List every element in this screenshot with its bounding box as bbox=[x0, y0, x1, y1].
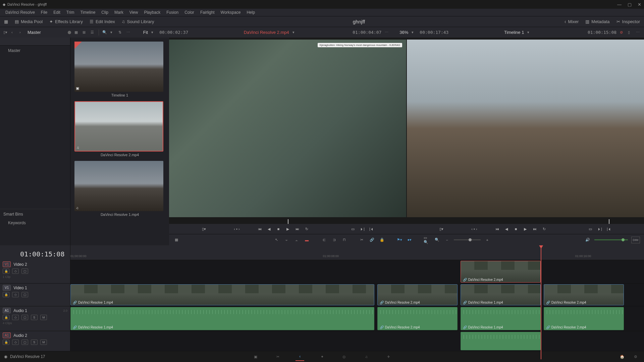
edit-index-button[interactable]: ☰ Edit Index bbox=[90, 19, 115, 24]
thumb-view-icon[interactable]: ▦ bbox=[74, 30, 79, 35]
timeline-clip[interactable]: 🔗 DaVinci Resolve 1.mp4 bbox=[461, 307, 541, 330]
list-view-icon[interactable]: ☰ bbox=[91, 30, 95, 35]
zoom-range-icon[interactable]: ▭🔍 bbox=[424, 237, 430, 243]
menu-clip[interactable]: Clip bbox=[99, 9, 111, 16]
grid-view-icon[interactable]: ⊞ bbox=[83, 30, 87, 35]
keywords-bin[interactable]: Keywords bbox=[0, 219, 70, 245]
timeline-ruler[interactable]: 01:00:00:0001:00:08:0001:00:16:00 bbox=[70, 245, 644, 260]
source-scrubber[interactable] bbox=[172, 220, 404, 223]
trim-tool-icon[interactable]: ⫟ bbox=[283, 237, 290, 243]
tl-view-icon[interactable]: ▦ bbox=[173, 237, 180, 243]
menu-mark[interactable]: Mark bbox=[112, 9, 126, 16]
tl-play-icon[interactable]: ▶ bbox=[522, 226, 528, 232]
color-page-icon[interactable]: ◎ bbox=[340, 352, 348, 361]
src-in-icon[interactable]: ⏵| bbox=[359, 226, 365, 232]
marker-icon[interactable]: ●▾ bbox=[406, 237, 413, 243]
deliver-page-icon[interactable]: ✈ bbox=[384, 352, 393, 361]
source-dropdown-icon[interactable]: ▾ bbox=[292, 30, 297, 35]
tl-in-icon[interactable]: ⏵| bbox=[597, 226, 603, 232]
src-mode-icon[interactable]: ▯▾ bbox=[201, 226, 207, 232]
edit-page-icon[interactable]: ⫞ bbox=[296, 352, 304, 361]
insert-icon[interactable]: ⊏ bbox=[321, 237, 328, 243]
record-icon[interactable] bbox=[68, 31, 71, 34]
inspector-button[interactable]: ✂ Inspector bbox=[616, 19, 640, 24]
src-stop-icon[interactable]: ■ bbox=[275, 226, 281, 232]
tl-prev-icon[interactable]: ◀ bbox=[503, 226, 509, 232]
timeline-clip[interactable]: 🔗 DaVinci Resolve 1.mp4 bbox=[70, 307, 374, 330]
timeline-clip[interactable]: 🔗 DaVinci Resolve 1.mp4 bbox=[461, 284, 541, 305]
bypass-icon[interactable]: ⊘ bbox=[620, 30, 625, 35]
src-prev-icon[interactable]: ◀ bbox=[266, 226, 272, 232]
tl-first-icon[interactable]: ⏮ bbox=[494, 226, 500, 232]
menu-fusion[interactable]: Fusion bbox=[164, 9, 181, 16]
zoom-dropdown-icon[interactable]: ▾ bbox=[412, 30, 416, 35]
dynamic-trim-icon[interactable]: ⫠ bbox=[293, 237, 300, 243]
media-page-icon[interactable]: ▣ bbox=[251, 352, 260, 361]
tl-next-icon[interactable]: ⏭ bbox=[532, 226, 538, 232]
nav-fwd-icon[interactable]: › bbox=[19, 30, 24, 35]
cut-page-icon[interactable]: ✂ bbox=[273, 352, 282, 361]
src-mark-prev-icon[interactable]: ‹ • › bbox=[234, 226, 240, 232]
menu-trim[interactable]: Trim bbox=[64, 9, 77, 16]
home-icon[interactable]: 🏠 bbox=[618, 352, 627, 361]
filter-icon[interactable]: ▾ bbox=[110, 30, 115, 35]
zoom-in-icon[interactable]: 🔍 bbox=[434, 237, 440, 243]
menu-playback[interactable]: Playback bbox=[141, 9, 163, 16]
menu-help[interactable]: Help bbox=[244, 9, 258, 16]
bin-tree[interactable]: Master bbox=[0, 46, 70, 209]
dim-button[interactable]: DIM bbox=[631, 237, 640, 243]
timeline-name[interactable]: Timeline 1 bbox=[504, 30, 524, 35]
menu-edit[interactable]: Edit bbox=[51, 9, 63, 16]
clip-thumb[interactable]: ▣ bbox=[74, 42, 163, 92]
nav-back-icon[interactable]: ‹ bbox=[11, 30, 16, 35]
selection-tool-icon[interactable]: ↖ bbox=[273, 237, 280, 243]
overwrite-icon[interactable]: ⊐ bbox=[331, 237, 338, 243]
search-icon[interactable]: 🔍 bbox=[102, 30, 107, 35]
sound-library-button[interactable]: ♫ Sound Library bbox=[122, 19, 154, 24]
playhead[interactable] bbox=[541, 245, 541, 359]
speaker-icon[interactable]: 🔊 bbox=[584, 237, 591, 243]
volume-slider[interactable] bbox=[594, 239, 628, 240]
replace-icon[interactable]: ⊓ bbox=[341, 237, 348, 243]
src-first-icon[interactable]: ⏮ bbox=[257, 226, 263, 232]
menu-fairlight[interactable]: Fairlight bbox=[198, 9, 217, 16]
src-match-icon[interactable]: ▭ bbox=[350, 226, 356, 232]
fusion-page-icon[interactable]: ✦ bbox=[318, 352, 326, 361]
zoom-slider-minus[interactable]: − bbox=[444, 237, 450, 243]
tl-scrubber[interactable] bbox=[409, 220, 641, 223]
settings-icon[interactable]: ⚙ bbox=[631, 352, 640, 361]
maximize-button[interactable]: ▢ bbox=[628, 2, 632, 7]
zoom-slider[interactable] bbox=[454, 239, 481, 240]
timeline-clip[interactable]: 🔗 DaVinci Resolve 1.mp4 bbox=[70, 284, 374, 305]
tl-mark-prev-icon[interactable]: ‹ • › bbox=[471, 226, 477, 232]
more-icon[interactable]: ⋯ bbox=[126, 30, 131, 35]
source-viewer[interactable]: Kjeragbolten: Hiking Norway's most dange… bbox=[169, 40, 406, 217]
master-bin[interactable]: Master bbox=[0, 47, 70, 54]
clip-thumb[interactable]: ♫ bbox=[74, 101, 163, 152]
src-loop-icon[interactable]: ↻ bbox=[304, 226, 310, 232]
effects-library-button[interactable]: ✦ Effects Library bbox=[49, 19, 83, 24]
source-more-icon[interactable]: ⋯ bbox=[385, 30, 389, 35]
blade-tool-icon[interactable]: ▬ bbox=[304, 237, 310, 243]
fit-label[interactable]: Fit bbox=[143, 30, 148, 35]
timeline-clip[interactable]: 🔗 DaVinci Resolve 2.mp4 bbox=[544, 284, 624, 305]
timeline-dropdown-icon[interactable]: ▾ bbox=[527, 30, 532, 35]
src-play-icon[interactable]: ▶ bbox=[285, 226, 291, 232]
options-icon[interactable]: ⋯ bbox=[636, 30, 641, 35]
src-next-icon[interactable]: ⏭ bbox=[294, 226, 300, 232]
tl-out-icon[interactable]: |⏴ bbox=[606, 226, 612, 232]
menu-workspace[interactable]: Workspace bbox=[218, 9, 244, 16]
smart-bins-header[interactable]: Smart Bins bbox=[0, 209, 70, 219]
close-button[interactable]: ✕ bbox=[638, 2, 641, 7]
link-icon[interactable]: 🔗 bbox=[369, 237, 375, 243]
timeline-viewer[interactable] bbox=[407, 40, 644, 217]
clip-thumb[interactable]: ♫ bbox=[74, 161, 163, 211]
timeline-clip[interactable]: 🔗 DaVinci Resolve 2.mp4 bbox=[461, 261, 541, 283]
fairlight-page-icon[interactable]: ♫ bbox=[362, 352, 371, 361]
tl-loop-icon[interactable]: ↻ bbox=[541, 226, 547, 232]
razor-icon[interactable]: ✂ bbox=[359, 237, 365, 243]
media-pool-button[interactable]: ▤ Media Pool bbox=[15, 19, 43, 24]
mixer-button[interactable]: ⫞ Mixer bbox=[564, 19, 579, 24]
menu-view[interactable]: View bbox=[127, 9, 141, 16]
zoom-label[interactable]: 36% bbox=[399, 30, 408, 35]
